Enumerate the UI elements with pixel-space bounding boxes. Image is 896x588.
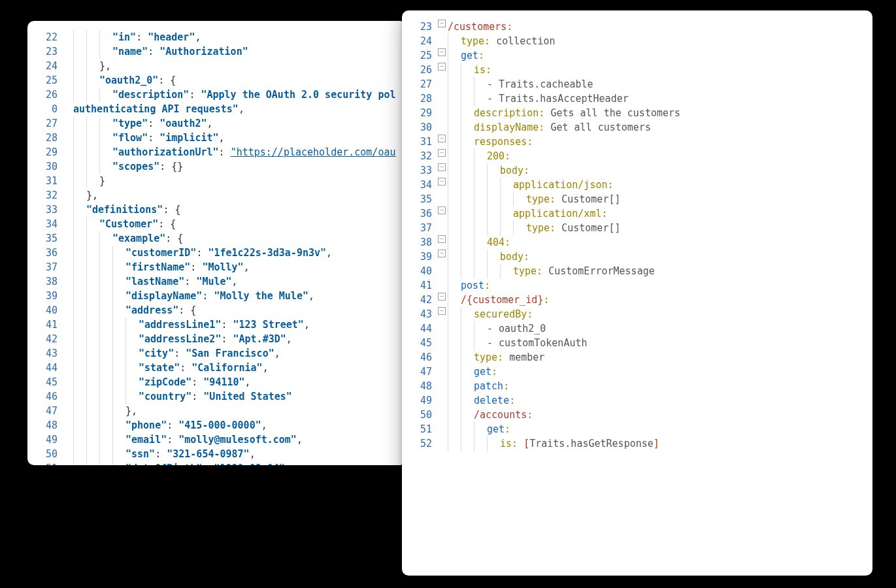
fold-toggle-icon[interactable]: − — [438, 178, 446, 186]
code-content[interactable]: "flow": "implicit", — [112, 131, 396, 145]
fold-gutter[interactable]: − — [436, 178, 448, 186]
code-content[interactable]: type: member — [474, 350, 862, 365]
fold-gutter[interactable]: − — [436, 293, 448, 301]
code-content[interactable]: "lastName": "Mule", — [125, 274, 396, 289]
code-line[interactable]: 47}, — [34, 404, 396, 418]
fold-toggle-icon[interactable]: − — [438, 206, 446, 214]
code-line[interactable]: 43−securedBy: — [408, 307, 862, 321]
code-content[interactable]: application/json: — [513, 178, 862, 192]
code-line[interactable]: 30"scopes": {} — [34, 159, 396, 174]
raml-code-body[interactable]: 23−/customers:24type: collection25−get:2… — [402, 10, 872, 464]
fold-toggle-icon[interactable]: − — [438, 135, 446, 142]
code-content[interactable]: - customTokenAuth — [487, 336, 862, 350]
code-content[interactable]: "example": { — [112, 231, 396, 246]
code-line[interactable]: 45"zipCode": "94110", — [34, 375, 396, 389]
code-line[interactable]: 48patch: — [408, 379, 862, 393]
code-line[interactable]: 28- Traits.hasAcceptHeader — [408, 91, 862, 106]
code-content[interactable]: authenticating API requests", — [73, 102, 396, 116]
code-content[interactable]: "addressLine1": "123 Street", — [139, 318, 396, 332]
code-line[interactable]: 35"example": { — [34, 231, 396, 246]
code-content[interactable]: "oauth2_0": { — [99, 73, 396, 88]
code-line[interactable]: 44"state": "California", — [34, 361, 396, 375]
code-content[interactable]: securedBy: — [474, 307, 862, 321]
code-line[interactable]: 25−get: — [408, 48, 862, 63]
code-line[interactable]: 50/accounts: — [408, 408, 862, 422]
code-line[interactable]: 48"phone": "415-000-0000", — [34, 418, 396, 433]
fold-gutter[interactable]: − — [436, 235, 448, 243]
code-line[interactable]: 0authenticating API requests", — [34, 102, 396, 116]
fold-toggle-icon[interactable]: − — [438, 20, 446, 27]
code-line[interactable]: 45- customTokenAuth — [408, 336, 862, 350]
code-line[interactable]: 23"name": "Authorization" — [34, 44, 396, 59]
code-content[interactable]: "zipCode": "94110", — [139, 375, 396, 389]
code-line[interactable]: 26"description": "Apply the OAuth 2.0 se… — [34, 88, 396, 102]
code-content[interactable]: responses: — [474, 135, 862, 149]
code-line[interactable]: 31−responses: — [408, 135, 862, 149]
code-line[interactable]: 49delete: — [408, 393, 862, 408]
code-line[interactable]: 40type: CustomErrorMessage — [408, 264, 862, 278]
code-content[interactable]: "phone": "415-000-0000", — [125, 418, 396, 433]
code-line[interactable]: 35type: Customer[] — [408, 192, 862, 206]
code-line[interactable]: 50"ssn": "321-654-0987", — [34, 447, 396, 461]
code-content[interactable]: "in": "header", — [112, 30, 396, 44]
code-line[interactable]: 31} — [34, 174, 396, 188]
code-content[interactable]: delete: — [474, 393, 862, 408]
code-line[interactable]: 29description: Gets all the customers — [408, 106, 862, 120]
code-line[interactable]: 37"firstName": "Molly", — [34, 260, 396, 274]
code-content[interactable]: type: CustomErrorMessage — [513, 264, 862, 278]
code-content[interactable]: "city": "San Francisco", — [139, 346, 396, 361]
code-line[interactable]: 36"customerID": "1fe1c22s-3d3a-9n3v", — [34, 246, 396, 260]
code-content[interactable]: "type": "oauth2", — [112, 116, 396, 131]
code-line[interactable]: 34"Customer": { — [34, 217, 396, 231]
code-line[interactable]: 41post: — [408, 278, 862, 293]
code-content[interactable]: "name": "Authorization" — [112, 44, 396, 59]
code-line[interactable]: 44- oauth2_0 — [408, 321, 862, 336]
code-line[interactable]: 23−/customers: — [408, 20, 862, 34]
code-line[interactable]: 39"displayName": "Molly the Mule", — [34, 289, 396, 303]
code-line[interactable]: 22"in": "header", — [34, 30, 396, 44]
code-content[interactable]: /accounts: — [474, 408, 862, 422]
code-content[interactable]: "customerID": "1fe1c22s-3d3a-9n3v", — [125, 246, 396, 260]
fold-toggle-icon[interactable]: − — [438, 250, 446, 257]
code-content[interactable]: body: — [500, 163, 862, 178]
code-content[interactable]: "ssn": "321-654-0987", — [125, 447, 396, 461]
code-content[interactable]: "email": "molly@mulesoft.com", — [125, 433, 396, 447]
code-line[interactable]: 30displayName: Get all customers — [408, 120, 862, 135]
code-line[interactable]: 37type: Customer[] — [408, 221, 862, 235]
fold-gutter[interactable]: − — [436, 163, 448, 171]
code-content[interactable]: is: [Traits.hasGetResponse] — [500, 436, 862, 451]
code-content[interactable]: }, — [99, 59, 396, 73]
code-line[interactable]: 36−application/xml: — [408, 206, 862, 221]
code-content[interactable]: post: — [461, 278, 862, 293]
fold-gutter[interactable]: − — [436, 149, 448, 157]
code-content[interactable]: "firstName": "Molly", — [125, 260, 396, 274]
fold-toggle-icon[interactable]: − — [438, 293, 446, 301]
code-content[interactable]: } — [99, 174, 396, 188]
code-line[interactable]: 33−body: — [408, 163, 862, 178]
json-code-body[interactable]: 22"in": "header",23"name": "Authorizatio… — [27, 21, 407, 465]
code-line[interactable]: 51get: — [408, 422, 862, 436]
fold-gutter[interactable]: − — [436, 63, 448, 71]
code-content[interactable]: }, — [125, 404, 396, 418]
fold-toggle-icon[interactable]: − — [438, 48, 446, 56]
code-line[interactable]: 26−is: — [408, 63, 862, 77]
code-line[interactable]: 43"city": "San Francisco", — [34, 346, 396, 361]
code-content[interactable]: type: Customer[] — [526, 221, 862, 235]
code-content[interactable]: "displayName": "Molly the Mule", — [125, 289, 396, 303]
code-line[interactable]: 27"type": "oauth2", — [34, 116, 396, 131]
fold-toggle-icon[interactable]: − — [438, 163, 446, 171]
code-content[interactable]: 200: — [487, 149, 862, 163]
fold-toggle-icon[interactable]: − — [438, 307, 446, 315]
code-line[interactable]: 42"addressLine2": "Apt.#3D", — [34, 332, 396, 346]
code-line[interactable]: 34−application/json: — [408, 178, 862, 192]
fold-toggle-icon[interactable]: − — [438, 235, 446, 243]
fold-gutter[interactable]: − — [436, 48, 448, 56]
fold-gutter[interactable]: − — [436, 206, 448, 214]
code-content[interactable]: "addressLine2": "Apt.#3D", — [139, 332, 396, 346]
code-content[interactable]: body: — [500, 250, 862, 264]
code-line[interactable]: 46type: member — [408, 350, 862, 365]
code-content[interactable]: type: collection — [461, 34, 862, 48]
code-content[interactable]: /{customer_id}: — [461, 293, 862, 307]
code-content[interactable]: "definitions": { — [86, 203, 396, 217]
code-line[interactable]: 33"definitions": { — [34, 203, 396, 217]
